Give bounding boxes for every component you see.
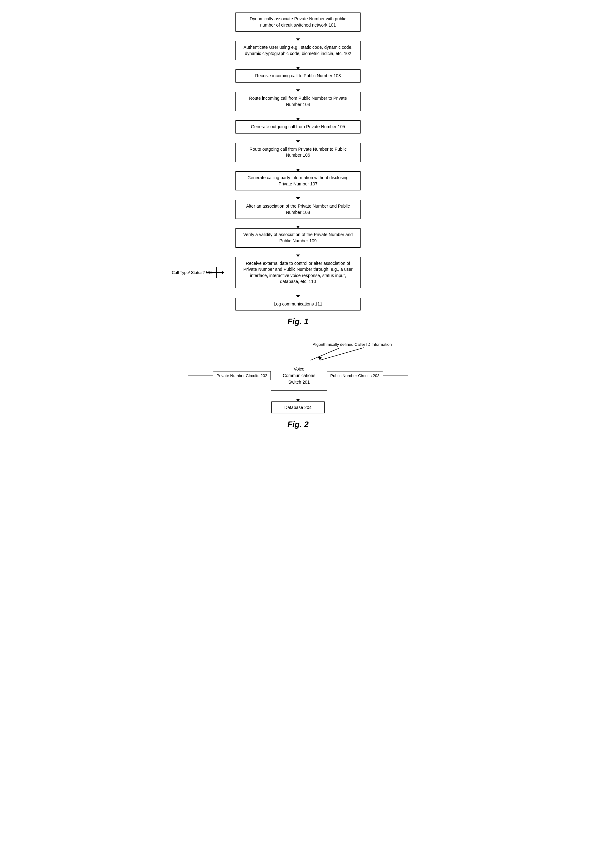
- box-109: Verify a validity of association of the …: [236, 228, 360, 247]
- box-105: Generate outgoing call from Private Numb…: [236, 120, 360, 133]
- box-108: Alter an association of the Private Numb…: [236, 200, 360, 219]
- box-103: Receive incoming call to Public Number 1…: [236, 69, 360, 83]
- box-110: Receive external data to control or alte…: [236, 257, 360, 288]
- fig2-wrapper: Algorithmically defined Caller ID Inform…: [155, 342, 441, 439]
- fig1-label: Fig. 1: [288, 317, 308, 326]
- fig2-label: Fig. 2: [288, 419, 308, 429]
- diagram-container: Dynamically associate Private Number wit…: [155, 6, 441, 445]
- caller-id-lines: [204, 342, 392, 361]
- arrow-2: [296, 83, 300, 92]
- box-106: Route outgoing call from Private Number …: [236, 143, 360, 162]
- left-line: [188, 375, 213, 376]
- fig2-middle-row: Private Number Circuits 202 Voice Commun…: [155, 361, 441, 391]
- box-101: Dynamically associate Private Number wit…: [236, 12, 360, 32]
- fig2-arrow: [296, 391, 300, 402]
- box110-row: Call Type/ Status? 112 Receive external …: [155, 257, 441, 288]
- box-107: Generate calling party information witho…: [236, 171, 360, 190]
- vcs-box: Voice Communications Switch 201: [271, 361, 327, 391]
- box-104: Route incoming call from Public Number t…: [236, 92, 360, 111]
- arrow-0: [296, 32, 300, 41]
- arrow-1: [296, 60, 300, 69]
- arrow-4: [296, 133, 300, 143]
- public-number-circuits: Public Number Circuits 203: [327, 371, 383, 380]
- svg-line-0: [310, 348, 340, 360]
- database-box: Database 204: [271, 402, 324, 413]
- box-111: Log communications 111: [236, 298, 360, 311]
- arrow-8: [296, 248, 300, 257]
- fig2-top-area: Algorithmically defined Caller ID Inform…: [204, 342, 392, 361]
- private-number-circuits: Private Number Circuits 202: [213, 371, 271, 380]
- arrow-7: [296, 219, 300, 228]
- side-arrow-112: [206, 271, 224, 275]
- svg-line-1: [320, 348, 364, 360]
- right-line: [383, 375, 408, 376]
- arrow-5: [296, 162, 300, 171]
- arrow-9: [296, 288, 300, 298]
- box-102: Authenticate User using e.g., static cod…: [236, 41, 360, 60]
- arrow-6: [296, 190, 300, 200]
- fig1-wrapper: Dynamically associate Private Number wit…: [155, 12, 441, 336]
- arrow-3: [296, 111, 300, 120]
